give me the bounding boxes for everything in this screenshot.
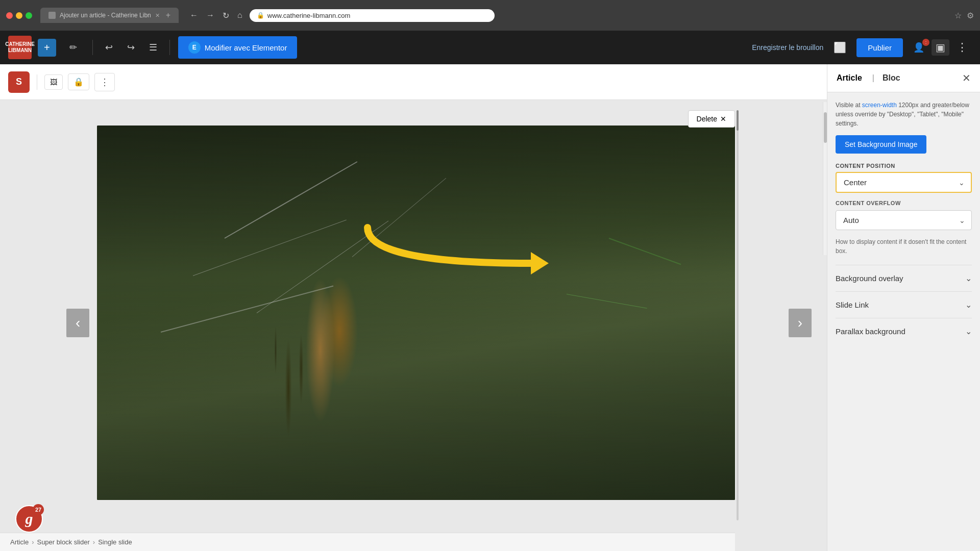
slide-link-section: Slide Link ⌄ <box>836 291 972 318</box>
delete-icon: ✕ <box>720 115 726 123</box>
canvas-area: S 🖼 🔒 ⋮ Delete ✕ <box>0 64 827 551</box>
add-tab-button[interactable]: + <box>166 11 170 20</box>
slide-next-button[interactable]: › <box>789 309 812 337</box>
gravatar-letter: g <box>26 510 33 528</box>
more-options-button[interactable]: ⋮ <box>952 39 972 56</box>
more-block-button[interactable]: ⋮ <box>94 73 115 91</box>
content-position-select[interactable]: Center Top Left Top Center Top Right Cen… <box>837 173 971 192</box>
url-text: www.catherine-libmann.com <box>267 12 351 19</box>
slide-image-inner <box>97 126 735 500</box>
slide-prev-button[interactable]: ‹ <box>66 309 89 337</box>
breadcrumb-sep-1: › <box>32 538 34 546</box>
parallax-bg-title: Parallax background <box>836 327 905 336</box>
media-button[interactable]: 🖼 <box>44 74 63 90</box>
background-overlay-header[interactable]: Background overlay ⌄ <box>836 265 972 291</box>
content-overflow-dropdown[interactable]: Auto Hidden Visible Scroll ⌄ <box>836 210 972 230</box>
parallax-bg-chevron: ⌄ <box>965 327 972 336</box>
delete-button[interactable]: Delete ✕ <box>688 110 735 128</box>
sidebar-tab-separator: | <box>872 73 874 83</box>
publish-button[interactable]: Publier <box>856 38 903 57</box>
badge-count: 27 <box>35 507 41 513</box>
toolbar-separator <box>92 40 93 55</box>
slide-link-header[interactable]: Slide Link ⌄ <box>836 292 972 318</box>
dot-green[interactable] <box>26 12 32 19</box>
block-type-icon: S <box>8 71 30 93</box>
sidebar-close-button[interactable]: ✕ <box>962 72 971 84</box>
slide-container: Delete ✕ <box>97 110 735 520</box>
sidebar-tab-article[interactable]: Article <box>837 71 868 85</box>
redo-button[interactable]: ↪ <box>123 40 139 55</box>
block-toolbar: S 🖼 🔒 ⋮ <box>0 64 827 100</box>
toolbar-sep-1 <box>37 74 37 90</box>
undo-button[interactable]: ↩ <box>101 40 117 55</box>
browser-tab[interactable]: Ajouter un article - Catherine Libn ✕ + <box>40 8 179 23</box>
delete-label: Delete <box>697 115 717 123</box>
content-position-label: CONTENT POSITION <box>836 163 972 169</box>
slide-link-title: Slide Link <box>836 300 869 309</box>
slide-link-chevron: ⌄ <box>965 300 972 310</box>
parallax-bg-header[interactable]: Parallax background ⌄ <box>836 318 972 344</box>
browser-actions: ☆ ⚙ <box>954 11 974 20</box>
user-icon-button[interactable]: 👤 : <box>909 40 928 55</box>
breadcrumb: Article › Super block slider › Single sl… <box>0 533 735 551</box>
background-overlay-chevron: ⌄ <box>965 273 972 283</box>
elementor-edit-button[interactable]: E Modifier avec Elementor <box>178 36 298 59</box>
scroll-bar[interactable] <box>735 110 740 520</box>
toolbar-separator-2 <box>169 40 170 55</box>
tab-favicon <box>48 12 56 19</box>
background-overlay-title: Background overlay <box>836 274 903 283</box>
media-icon: 🖼 <box>50 78 57 86</box>
menu-button[interactable]: ☰ <box>145 40 161 55</box>
wp-admin-bar: CATHERINELIBMANN + ✏ ↩ ↪ ☰ E Modifier av… <box>0 31 980 64</box>
sidebar-content: Visible at screen-width 1200px and great… <box>827 92 980 551</box>
breadcrumb-item-1[interactable]: Article <box>10 538 29 546</box>
breadcrumb-sep-2: › <box>93 538 95 546</box>
content-overflow-label: CONTENT OVERFLOW <box>836 200 972 206</box>
reload-button[interactable]: ↻ <box>219 9 232 22</box>
save-draft-button[interactable]: Enregistrer le brouillon <box>752 43 823 52</box>
more-block-icon: ⋮ <box>100 77 109 88</box>
set-background-image-button[interactable]: Set Background Image <box>836 135 926 154</box>
user-badge: : <box>922 39 929 46</box>
back-button[interactable]: ← <box>187 9 201 22</box>
slide-image <box>97 126 735 500</box>
home-button[interactable]: ⌂ <box>234 9 246 22</box>
lock-button[interactable]: 🔒 <box>68 73 89 90</box>
edit-pen-button[interactable]: ✏ <box>62 38 84 57</box>
sidebar-tab-bloc[interactable]: Bloc <box>878 71 906 85</box>
gravatar[interactable]: g 27 <box>15 505 43 533</box>
dot-yellow[interactable] <box>16 12 22 19</box>
breadcrumb-item-2[interactable]: Super block slider <box>37 538 89 546</box>
add-icon: + <box>44 42 50 54</box>
sidebar-description: Visible at screen-width 1200px and great… <box>836 101 972 128</box>
browser-chrome: Ajouter un article - Catherine Libn ✕ + … <box>0 0 980 31</box>
gravatar-circle: g 27 <box>15 505 43 533</box>
forward-button[interactable]: → <box>203 9 217 22</box>
add-new-button[interactable]: + <box>38 39 56 57</box>
scroll-thumb <box>737 110 739 131</box>
description-link[interactable]: screen-width <box>862 102 897 109</box>
tab-title: Ajouter un article - Catherine Libn <box>60 12 151 19</box>
settings-icon[interactable]: ⚙ <box>967 11 974 20</box>
main-area: S 🖼 🔒 ⋮ Delete ✕ <box>0 64 980 551</box>
sidebar-header: Article | Bloc ✕ <box>827 64 980 92</box>
sidebar-toggle-button[interactable]: ▣ <box>932 39 949 56</box>
tab-close-icon[interactable]: ✕ <box>155 12 160 19</box>
grass-strands <box>97 126 735 500</box>
browser-dots <box>6 12 32 19</box>
overflow-help-text: How to display content if it dosen't fit… <box>836 237 972 256</box>
content-position-dropdown[interactable]: Center Top Left Top Center Top Right Cen… <box>836 172 972 193</box>
site-logo[interactable]: CATHERINELIBMANN <box>8 36 32 59</box>
pen-icon: ✏ <box>69 42 77 53</box>
preview-button[interactable]: ⬜ <box>829 39 850 56</box>
breadcrumb-item-3: Single slide <box>98 538 132 546</box>
content-overflow-select[interactable]: Auto Hidden Visible Scroll <box>836 211 971 230</box>
gravatar-badge: 27 <box>33 504 44 515</box>
dot-red[interactable] <box>6 12 13 19</box>
elementor-btn-label: Modifier avec Elementor <box>205 43 287 52</box>
bookmark-icon[interactable]: ☆ <box>954 11 962 20</box>
address-bar[interactable]: 🔒 www.catherine-libmann.com <box>250 9 495 22</box>
scroll-track <box>737 110 739 520</box>
elementor-icon: E <box>188 41 201 54</box>
description-text: Visible at <box>836 102 862 109</box>
